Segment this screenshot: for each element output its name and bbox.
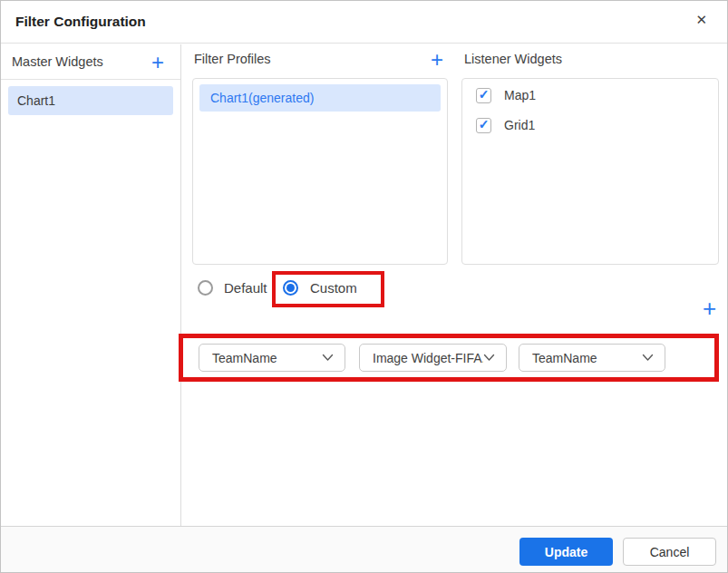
check-icon: ✓	[479, 118, 490, 131]
checkbox-map1[interactable]: ✓	[476, 88, 491, 103]
filter-target-column-dropdown[interactable]: TeamName	[519, 344, 665, 372]
master-widgets-title: Master Widgets	[12, 54, 103, 69]
checkbox-grid1[interactable]: ✓	[476, 118, 491, 133]
dialog-titlebar: Filter Configuration ✕	[1, 1, 727, 44]
filter-profile-item-label: Chart1(generated)	[210, 91, 314, 105]
listener-widget-label: Grid1	[504, 118, 535, 132]
filter-profile-item[interactable]: Chart1(generated)	[199, 84, 441, 112]
radio-default[interactable]	[198, 280, 213, 296]
add-filter-profile-button[interactable]: +	[431, 49, 443, 71]
add-master-widget-button[interactable]: +	[151, 52, 164, 73]
check-icon: ✓	[479, 88, 490, 101]
dialog-title: Filter Configuration	[15, 14, 146, 30]
dropdown-value: Image Widget-FIFA...	[360, 351, 483, 365]
radio-dot	[286, 284, 295, 292]
listener-widget-row[interactable]: ✓ Grid1	[476, 117, 711, 133]
close-icon[interactable]: ✕	[695, 13, 707, 26]
filter-column-dropdown[interactable]: TeamName	[199, 344, 345, 372]
master-widget-item[interactable]: Chart1	[8, 86, 173, 115]
listener-widget-label: Map1	[504, 88, 536, 102]
radio-custom-label[interactable]: Custom	[310, 280, 357, 296]
listener-widget-row[interactable]: ✓ Map1	[476, 87, 711, 103]
dialog-footer: Update Cancel	[1, 526, 727, 572]
listener-widgets-title: Listener Widgets	[464, 52, 562, 66]
dropdown-value: TeamName	[519, 351, 642, 365]
filter-profiles-list: Chart1(generated)	[192, 78, 448, 265]
filter-configuration-dialog: Filter Configuration ✕ Master Widgets + …	[0, 0, 728, 573]
update-button[interactable]: Update	[519, 538, 613, 566]
master-widget-item-label: Chart1	[17, 93, 55, 108]
radio-custom[interactable]	[283, 280, 298, 296]
filter-widget-dropdown[interactable]: Image Widget-FIFA...	[359, 344, 507, 372]
add-filter-condition-button[interactable]: +	[703, 296, 716, 320]
cancel-button[interactable]: Cancel	[623, 538, 716, 566]
filter-profiles-title: Filter Profiles	[194, 52, 271, 66]
master-widgets-header: Master Widgets +	[1, 44, 180, 80]
chevron-down-icon	[322, 354, 334, 362]
radio-default-label[interactable]: Default	[224, 280, 267, 296]
master-widgets-panel: Master Widgets + Chart1	[1, 44, 181, 526]
chevron-down-icon	[642, 354, 654, 362]
chevron-down-icon	[483, 354, 495, 362]
dropdown-value: TeamName	[199, 351, 322, 365]
listener-widgets-list: ✓ Map1 ✓ Grid1	[461, 78, 719, 265]
